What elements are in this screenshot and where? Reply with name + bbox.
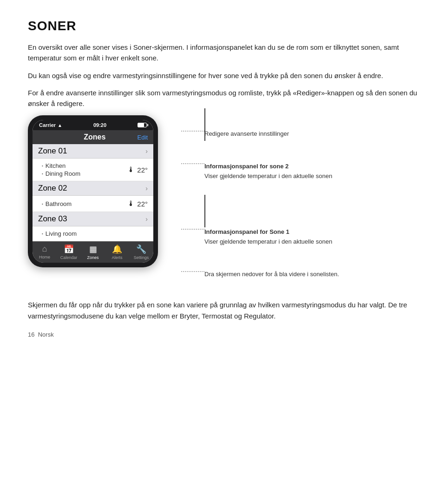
zone-01-header[interactable]: Zone 01 ›	[33, 144, 153, 159]
zone-03-label: Zone 03	[38, 214, 67, 224]
edit-button[interactable]: Edit	[138, 134, 148, 141]
zone-02-header[interactable]: Zone 02 ›	[33, 181, 153, 196]
kitchen-dot: •	[42, 164, 43, 168]
nav-title: Zones	[52, 133, 138, 141]
zone-03-chevron-icon: ›	[145, 215, 148, 223]
zone-02-temperature: 🌡 22°	[127, 199, 148, 208]
tab-zones[interactable]: ▦ Zones	[81, 244, 105, 260]
dining-room: • Dining Room	[42, 170, 80, 177]
annotation-zone2-text: Informasjonspanel for sone 2 Viser gjeld…	[204, 162, 332, 181]
phone-screen: Carrier ▲ 09:20 Zones Edit	[33, 120, 153, 263]
settings-icon: 🔧	[136, 244, 146, 254]
annotation-zone1-connector	[181, 227, 204, 230]
zone-03-header[interactable]: Zone 03 ›	[33, 212, 153, 226]
intro-paragraph-3: For å endre avanserte innstillinger slik…	[28, 87, 418, 109]
tab-settings[interactable]: 🔧 Settings	[129, 244, 153, 260]
zone-02-temp-value: 22°	[137, 200, 148, 208]
phone-annotation-section: Carrier ▲ 09:20 Zones Edit	[28, 115, 418, 295]
living-room-label: Living room	[46, 230, 77, 237]
annotation-scroll: Dra skjermen nedover for å bla videre i …	[181, 270, 418, 279]
tab-home-label: Home	[39, 255, 50, 259]
annotation-edit: Redigere avanserte innstillinger	[181, 129, 418, 139]
tab-bar: ⌂ Home 📅 Calendar ▦ Zones 🔔 Alerts	[33, 241, 153, 263]
zone-03-room-names: • Living room	[42, 230, 77, 237]
home-icon: ⌂	[42, 244, 47, 254]
zone-01-label: Zone 01	[38, 146, 67, 156]
kitchen-room: • Kitchen	[42, 162, 80, 169]
annotation-zone2-connector	[181, 162, 204, 164]
phone-mockup: Carrier ▲ 09:20 Zones Edit	[28, 115, 167, 295]
page-number-area: 16 Norsk	[28, 331, 418, 338]
annotation-zone1: Informasjonspanel for Sone 1 Viser gjeld…	[181, 227, 418, 246]
carrier-label: Carrier ▲	[39, 122, 62, 128]
tab-calendar-label: Calendar	[60, 255, 78, 260]
zone-01-room-names: • Kitchen • Dining Room	[42, 162, 80, 177]
tab-calendar[interactable]: 📅 Calendar	[57, 244, 81, 260]
zone-03-rooms: • Living room	[33, 226, 153, 241]
annotation-edit-connector	[181, 129, 204, 132]
zone-01-chevron-icon: ›	[145, 147, 148, 155]
alerts-icon: 🔔	[112, 244, 122, 254]
zone-02-chevron-icon: ›	[145, 185, 148, 192]
language-label: Norsk	[38, 331, 54, 338]
tab-home[interactable]: ⌂ Home	[33, 244, 57, 260]
zone-01-temperature: 🌡 22°	[127, 166, 148, 174]
bottom-paragraph: Skjermen du får opp når du trykker på en…	[28, 299, 418, 322]
status-time: 09:20	[93, 122, 106, 128]
page-number: 16	[28, 331, 34, 338]
intro-paragraph-1: En oversikt over alle soner vises i Sone…	[28, 42, 418, 64]
battery-indicator	[138, 123, 147, 127]
phone-body: Carrier ▲ 09:20 Zones Edit	[28, 115, 158, 267]
kitchen-label: Kitchen	[46, 162, 66, 169]
zone-01-temp-value: 22°	[137, 166, 148, 174]
thermometer-icon-1: 🌡	[127, 166, 135, 174]
tab-alerts[interactable]: 🔔 Alerts	[105, 244, 129, 260]
page-title: SONER	[28, 19, 418, 33]
bathroom-room: • Bathroom	[42, 200, 72, 207]
annotation-zone1-text: Informasjonspanel for Sone 1 Viser gjeld…	[204, 227, 332, 246]
dining-label: Dining Room	[46, 170, 80, 177]
annotation-edit-text: Redigere avanserte innstillinger	[204, 129, 289, 139]
thermometer-icon-2: 🌡	[127, 199, 135, 208]
connector-line-2	[204, 195, 205, 227]
tab-zones-label: Zones	[87, 255, 98, 260]
bathroom-dot: •	[42, 202, 43, 206]
zone-02-label: Zone 02	[38, 184, 67, 193]
nav-bar: Zones Edit	[33, 130, 153, 144]
annotation-scroll-text: Dra skjermen nedover for å bla videre i …	[204, 270, 339, 279]
zone-list: Zone 01 › • Kitchen • Dining Room	[33, 144, 153, 241]
intro-paragraph-2: Du kan også vise og endre varmestyringsi…	[28, 70, 418, 81]
zone-02-rooms: • Bathroom 🌡 22°	[33, 196, 153, 212]
annotation-scroll-connector	[181, 270, 204, 272]
status-bar: Carrier ▲ 09:20	[33, 120, 153, 130]
zones-icon: ▦	[89, 244, 97, 254]
right-annotations: Redigere avanserte innstillinger Informa…	[167, 115, 418, 295]
tab-alerts-label: Alerts	[112, 255, 122, 260]
calendar-icon: 📅	[64, 244, 74, 254]
tab-settings-label: Settings	[134, 255, 149, 260]
annotation-zone2: Informasjonspanel for sone 2 Viser gjeld…	[181, 162, 418, 181]
wifi-icon: ▲	[58, 123, 62, 128]
living-room: • Living room	[42, 230, 77, 237]
zone-02-room-names: • Bathroom	[42, 200, 72, 207]
connector-line-1	[204, 108, 205, 141]
dining-dot: •	[42, 172, 43, 176]
living-dot: •	[42, 232, 43, 236]
bathroom-label: Bathroom	[46, 200, 72, 207]
zone-01-rooms: • Kitchen • Dining Room 🌡 22°	[33, 159, 153, 181]
